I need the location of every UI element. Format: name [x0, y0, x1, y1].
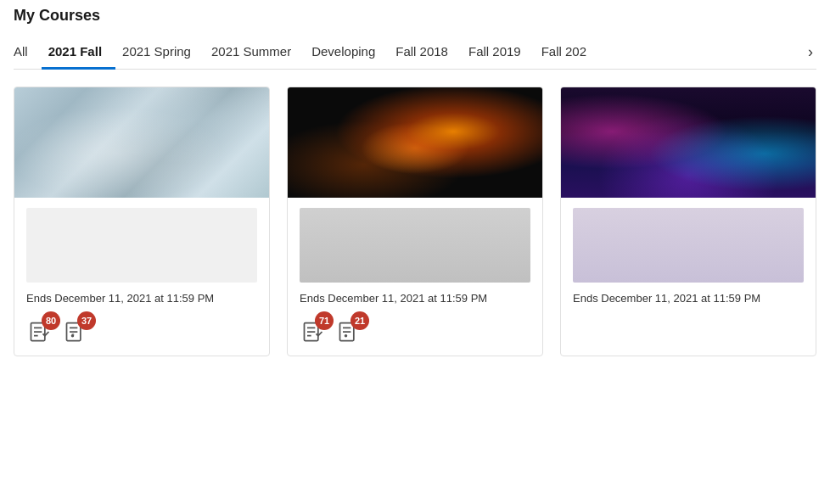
grades-badge-2: 71 — [315, 311, 334, 330]
tab-2021-spring[interactable]: 2021 Spring — [115, 36, 205, 70]
course-card-2: Ends December 11, 2021 at 11:59 PM 71 — [287, 87, 543, 356]
courses-grid: Ends December 11, 2021 at 11:59 PM 80 — [14, 87, 816, 356]
course-image-3 — [561, 87, 816, 198]
questions-button-2[interactable]: 21 — [335, 318, 362, 345]
questions-badge-1: 37 — [77, 311, 96, 330]
grades-button-1[interactable]: 80 — [26, 318, 53, 345]
questions-button-1[interactable]: 37 ? — [62, 318, 89, 345]
course-body-3: Ends December 11, 2021 at 11:59 PM — [561, 198, 816, 356]
course-thumbnail-1 — [26, 208, 257, 283]
course-body-2: Ends December 11, 2021 at 11:59 PM 71 — [288, 198, 542, 356]
page-wrapper: My Courses All 2021 Fall 2021 Spring 202… — [0, 0, 830, 363]
course-end-date-3: Ends December 11, 2021 at 11:59 PM — [573, 291, 804, 306]
tab-developing[interactable]: Developing — [305, 36, 389, 70]
tab-bar: All 2021 Fall 2021 Spring 2021 Summer De… — [14, 35, 816, 70]
tab-all[interactable]: All — [14, 36, 42, 70]
course-card-1: Ends December 11, 2021 at 11:59 PM 80 — [14, 87, 270, 356]
course-actions-1: 80 37 — [26, 318, 257, 345]
grades-badge-1: 80 — [42, 311, 60, 330]
svg-point-16 — [345, 334, 348, 338]
course-card-3: Ends December 11, 2021 at 11:59 PM — [560, 87, 816, 356]
tab-2021-summer[interactable]: 2021 Summer — [205, 36, 305, 70]
tab-2021-fall[interactable]: 2021 Fall — [42, 36, 115, 70]
course-end-date-2: Ends December 11, 2021 at 11:59 PM — [300, 291, 530, 306]
tab-fall-2019[interactable]: Fall 2019 — [462, 36, 535, 70]
course-end-date-1: Ends December 11, 2021 at 11:59 PM — [26, 291, 257, 306]
tab-fall-2020[interactable]: Fall 202 — [535, 36, 600, 70]
course-thumbnail-2 — [300, 208, 530, 283]
course-image-1 — [14, 87, 269, 198]
svg-text:?: ? — [71, 333, 75, 339]
course-actions-2: 71 21 — [300, 318, 530, 345]
questions-badge-2: 21 — [351, 311, 369, 330]
tab-fall-2018[interactable]: Fall 2018 — [389, 36, 462, 70]
grades-button-2[interactable]: 71 — [300, 318, 327, 345]
course-thumbnail-3 — [573, 208, 804, 283]
course-image-2 — [288, 87, 542, 198]
page-title: My Courses — [14, 7, 816, 25]
tab-next-chevron[interactable]: › — [805, 35, 816, 70]
course-body-1: Ends December 11, 2021 at 11:59 PM 80 — [14, 198, 269, 356]
